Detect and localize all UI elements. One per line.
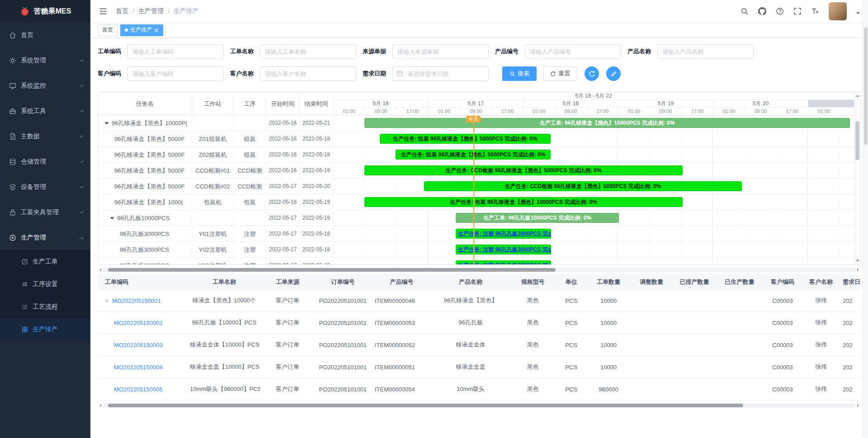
app-title: 苦糖果MES bbox=[34, 7, 71, 16]
gantt-task-bar[interactable]: 生产任务: 组装 96孔移液盒【黑色】5000PCS 完成比例: 0% bbox=[380, 134, 551, 144]
scroll-left-arrow-icon[interactable] bbox=[98, 268, 101, 272]
tab-scheduling[interactable]: 生产排产 bbox=[120, 24, 163, 36]
chevron-down-icon bbox=[80, 108, 84, 112]
scrollbar-track[interactable] bbox=[103, 403, 856, 408]
gantt-hour-label: 01:00 bbox=[808, 108, 840, 115]
table-cell: 移液盒【黑色】10000个 bbox=[188, 297, 260, 305]
sidebar-item-home[interactable]: 首页 bbox=[0, 23, 90, 48]
help-icon[interactable] bbox=[776, 7, 784, 15]
start-time: 2022-05-16 bbox=[266, 131, 300, 147]
search-icon[interactable] bbox=[741, 7, 749, 15]
sidebar-item-warehouse[interactable]: 仓储管理 bbox=[0, 149, 90, 174]
scrollbar-thumb[interactable] bbox=[855, 121, 859, 160]
scrollbar-thumb[interactable] bbox=[108, 268, 556, 272]
target-icon bbox=[9, 234, 16, 241]
table-h-scrollbar[interactable] bbox=[98, 402, 861, 408]
sidebar-item-system-monitor[interactable]: 系统监控 bbox=[0, 73, 90, 99]
chevron-down-icon bbox=[80, 133, 84, 137]
scrollbar-track[interactable] bbox=[103, 268, 856, 272]
table-row[interactable]: MO202205150002 96孔孔板【10000】PCS 客户订单 PO20… bbox=[98, 312, 861, 334]
chevron-down-icon[interactable] bbox=[104, 298, 109, 303]
fullscreen-icon[interactable] bbox=[793, 7, 802, 15]
edit-circle-button[interactable] bbox=[606, 66, 621, 81]
table-cell: 黑色 bbox=[509, 319, 557, 327]
search-button[interactable]: 搜索 bbox=[502, 66, 537, 81]
breadcrumb-item[interactable]: 生产管理 bbox=[138, 7, 164, 15]
work-order-link[interactable]: MO202205150003 bbox=[114, 342, 163, 349]
app-logo[interactable]: 苦糖果MES bbox=[0, 0, 90, 23]
caret-down-icon[interactable] bbox=[856, 12, 860, 16]
gantt-task-bar[interactable]: 生产任务: CCD检测 96孔移液盒【黑色】5000PCS 完成比例: 0% bbox=[364, 165, 683, 175]
end-time: 2022-05-19 bbox=[300, 210, 333, 226]
scroll-down-arrow-icon[interactable] bbox=[856, 260, 859, 264]
demand-date-input[interactable] bbox=[392, 66, 489, 81]
gantt-task-bar[interactable]: 生产任务: 包装 96孔移液盒【黑色】10000PCS 完成比例: 0% bbox=[364, 197, 683, 207]
tab-home[interactable]: 首页 bbox=[98, 24, 118, 36]
table-cell: C00003 bbox=[762, 386, 803, 393]
work-order-link[interactable]: MO202205150001 bbox=[112, 297, 161, 304]
sidebar-item-process-settings[interactable]: 工序设置 bbox=[0, 273, 90, 296]
table-row[interactable]: MO202205150005 10mm吸头【960000】PCS 客户订单 PO… bbox=[98, 378, 861, 400]
sidebar-item-scheduling[interactable]: 生产排产 bbox=[0, 318, 90, 341]
process: 注塑 bbox=[234, 226, 266, 242]
gantt-v-scrollbar[interactable] bbox=[854, 92, 860, 264]
sidebar-item-label: 工装夹具管理 bbox=[21, 208, 59, 217]
gantt-order-bar[interactable]: 生产工单: 96孔移液盒【黑色】10000PCS 完成比例: 0% bbox=[364, 118, 850, 128]
menu-fold-icon[interactable] bbox=[99, 7, 108, 16]
table-row[interactable]: MO202205150003 移液盒盒体【10000】PCS 客户订单 PO20… bbox=[98, 334, 861, 356]
table-row[interactable]: MO202205150001 移液盒【黑色】10000个 客户订单 PO2022… bbox=[98, 290, 861, 312]
scrollbar-thumb[interactable] bbox=[864, 27, 868, 145]
source-doc-input[interactable] bbox=[392, 44, 489, 59]
scroll-up-arrow-icon[interactable] bbox=[856, 93, 859, 97]
github-icon[interactable] bbox=[758, 7, 766, 15]
filter-field: 客户编码 bbox=[98, 66, 224, 81]
table-cell: PCS bbox=[557, 342, 586, 349]
process: 组装 bbox=[234, 131, 266, 147]
scrollbar-thumb[interactable] bbox=[108, 404, 743, 407]
filter-field: 产品编号 bbox=[495, 44, 621, 59]
refresh-circle-button[interactable] bbox=[585, 66, 599, 81]
document-icon bbox=[9, 133, 16, 140]
sidebar-item-system-management[interactable]: 系统管理 bbox=[0, 48, 90, 73]
work-order-link[interactable]: MO202205150002 bbox=[114, 320, 163, 326]
gantt-order-bar[interactable]: 生产工单: 96孔孔板10000PCS 完成比例: 0% bbox=[456, 213, 619, 223]
gantt-task-bar[interactable]: 生产任务: 注塑 96孔孔板3000PCS 完成 bbox=[456, 229, 551, 239]
table-cell: 202 bbox=[839, 342, 861, 349]
scrollbar-track[interactable] bbox=[855, 98, 859, 259]
close-icon[interactable] bbox=[154, 28, 159, 33]
triangle-down-icon[interactable] bbox=[110, 217, 114, 220]
font-size-icon[interactable] bbox=[811, 7, 819, 15]
reset-button[interactable]: 重置 bbox=[543, 66, 577, 81]
product-name-input[interactable] bbox=[657, 44, 754, 59]
customer-code-input[interactable] bbox=[127, 66, 224, 81]
triangle-down-icon[interactable] bbox=[104, 122, 109, 125]
work-order-link[interactable]: MO202205150004 bbox=[114, 364, 163, 371]
navbar-actions bbox=[741, 2, 860, 20]
work-order-link[interactable]: MO202205150005 bbox=[114, 386, 163, 393]
sidebar-item-production[interactable]: 生产管理 bbox=[0, 225, 90, 250]
sidebar-item-master-data[interactable]: 主数据 bbox=[0, 124, 90, 149]
breadcrumb-item[interactable]: 首页 bbox=[116, 7, 128, 15]
sidebar-item-fixture[interactable]: 工装夹具管理 bbox=[0, 200, 90, 225]
sidebar-item-equipment[interactable]: 设备管理 bbox=[0, 174, 90, 200]
gantt-task-bar[interactable]: 生产任务: CCD检测 96孔移液盒【黑色】5000PCS 完成比例: 0% bbox=[424, 181, 742, 191]
customer-name-input[interactable] bbox=[260, 66, 356, 81]
work-order-name-input[interactable] bbox=[260, 44, 356, 59]
gantt-h-scrollbar[interactable] bbox=[98, 267, 861, 273]
gantt-hour-label: 09:00 bbox=[650, 108, 681, 115]
sidebar-item-work-order[interactable]: 生产工单 bbox=[0, 250, 90, 273]
page-v-scrollbar[interactable] bbox=[863, 0, 868, 438]
table-row[interactable]: MO202205150004 移液盒盒盖【10000】PCS 客户订单 PO20… bbox=[98, 356, 861, 378]
scroll-right-arrow-icon[interactable] bbox=[857, 404, 861, 407]
app-root: 苦糖果MES 首页 系统管理 系统监控 系统工具 bbox=[0, 0, 868, 438]
gantt-task-bar[interactable]: 生产任务: 注塑 96孔孔板3000PCS 完成 bbox=[456, 245, 551, 254]
sidebar-item-process-flow[interactable]: 工艺流程 bbox=[0, 296, 90, 318]
gantt-task-bar[interactable]: 生产任务: 注塑 96孔孔板3000PCS 完成 bbox=[456, 260, 551, 264]
product-code-input[interactable] bbox=[525, 44, 621, 59]
scroll-left-arrow-icon[interactable] bbox=[98, 404, 101, 407]
table-cell: C00003 bbox=[762, 320, 803, 326]
avatar[interactable] bbox=[829, 2, 847, 20]
work-order-code-input[interactable] bbox=[127, 44, 224, 59]
scroll-right-arrow-icon[interactable] bbox=[857, 268, 861, 272]
sidebar-item-system-tools[interactable]: 系统工具 bbox=[0, 99, 90, 124]
